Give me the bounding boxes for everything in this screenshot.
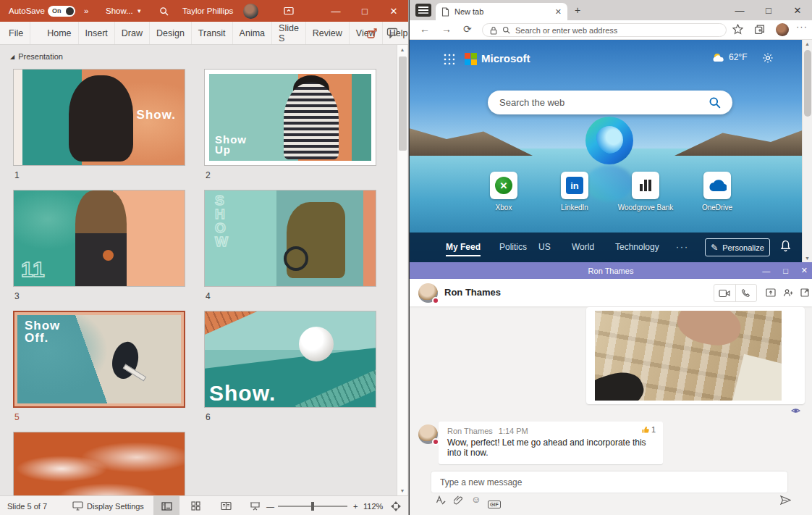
emoji-icon[interactable]: ☺ [471,494,481,505]
reaction-badge[interactable]: 1 [641,425,656,434]
document-title[interactable]: Show... [106,0,133,22]
avatar[interactable] [418,283,438,303]
tab-draw[interactable]: Draw [115,22,150,44]
close-button[interactable]: ✕ [801,266,808,275]
refresh-icon[interactable]: ⟳ [463,23,472,35]
close-button[interactable]: ✕ [783,0,812,20]
account-name[interactable]: Taylor Phillips [182,0,233,22]
minimize-button[interactable]: — [321,0,350,22]
scrollbar-thumb[interactable] [399,56,407,151]
tab-slideshow[interactable]: Slide S [272,22,306,44]
tab-actions-menu-icon[interactable] [415,4,431,17]
zoom-in-button[interactable]: + [353,496,358,515]
tab-review[interactable]: Review [306,22,350,44]
weather-widget[interactable]: 62°F [712,52,747,62]
video-call-button[interactable] [714,285,736,301]
collections-icon[interactable] [754,24,765,35]
message-input[interactable] [431,472,787,493]
tab-home[interactable]: Home [41,22,78,44]
favorites-star-icon[interactable] [732,24,743,35]
slide-thumbnail-7[interactable]: 7 [13,432,185,495]
address-bar[interactable]: Search or enter web address [482,23,727,37]
slide-sorter-view-button[interactable] [182,496,208,515]
microsoft-wordmark[interactable]: Microsoft [481,52,530,64]
tab-new-tab[interactable]: New tab ✕ [436,3,567,20]
scroll-down-icon[interactable]: ▼ [803,256,812,261]
feed-tab-my-feed[interactable]: My Feed [446,242,481,256]
minimize-button[interactable]: — [725,0,754,20]
personalize-button[interactable]: ✎ Personalize [705,238,770,256]
maximize-button[interactable]: □ [754,0,783,20]
microsoft-logo[interactable] [465,53,477,65]
ribbon-display-options-icon[interactable] [284,0,294,22]
settings-more-icon[interactable]: ··· [796,21,808,32]
web-search-box[interactable]: Search the web [488,91,732,114]
new-tab-button[interactable]: + [575,4,580,16]
slide-thumbnail-3[interactable]: 11 3 [13,190,185,287]
popout-chat-icon[interactable] [800,288,809,297]
maximize-button[interactable]: □ [783,267,788,275]
tab-close-icon[interactable]: ✕ [555,7,562,17]
scrollbar-thumb[interactable] [804,50,811,117]
scroll-up-icon[interactable]: ▲ [803,41,812,46]
comments-icon[interactable] [386,28,398,38]
display-settings-button[interactable]: Display Settings [72,496,144,515]
section-header[interactable]: ◢ Presentation [10,52,63,61]
shortcut-linkedin[interactable]: in LinkedIn [546,172,604,212]
close-button[interactable]: ✕ [379,0,408,22]
send-icon[interactable] [780,495,791,505]
gif-icon[interactable]: GIF [488,496,501,509]
feed-tab-technology[interactable]: Technology [615,242,659,252]
audio-call-button[interactable] [736,285,757,301]
slide-thumbnail-4[interactable]: SHOW 4 [204,190,376,287]
compose-box[interactable] [431,472,787,493]
zoom-out-button[interactable]: — [266,496,274,515]
slide-thumbnail-1[interactable]: Show. 1 [13,69,185,166]
maximize-button[interactable]: □ [350,0,379,22]
zoom-slider[interactable] [278,496,347,515]
tab-file[interactable]: File [0,22,30,44]
bell-icon[interactable] [780,240,791,252]
minimize-button[interactable]: — [762,267,770,275]
page-scrollbar[interactable]: ▲ ▼ [802,40,812,262]
chat-message-bubble[interactable]: Ron Thames 1:14 PM Wow, perfect! Let me … [439,422,663,464]
zoom-slider-thumb[interactable] [311,502,314,511]
attach-icon[interactable] [454,495,462,505]
slide-thumbnail-6[interactable]: Show. 6 [204,311,376,408]
slide-thumbnail-5-selected[interactable]: Show Off. 5 [13,311,185,408]
waffle-menu-icon[interactable] [443,53,454,64]
add-people-icon[interactable] [783,288,794,297]
format-icon[interactable] [436,495,446,505]
architecture-model-photo[interactable] [595,311,782,401]
scroll-down-icon[interactable]: ▼ [397,488,407,493]
tab-animations[interactable]: Anima [233,22,272,44]
feed-tab-us[interactable]: US [538,242,551,252]
feed-tab-politics[interactable]: Politics [499,242,527,252]
back-icon[interactable]: ← [420,23,430,35]
scroll-up-icon[interactable]: ▲ [397,47,407,52]
screenshare-icon[interactable] [766,288,776,297]
feed-tab-world[interactable]: World [572,242,594,252]
tab-insert[interactable]: Insert [79,22,115,44]
gear-icon[interactable] [762,52,774,64]
feed-more-icon[interactable]: ··· [676,242,689,252]
reading-view-button[interactable] [213,496,239,515]
shortcut-xbox[interactable]: ✕ Xbox [475,172,533,212]
normal-view-button[interactable] [153,496,179,515]
tab-transitions[interactable]: Transit [192,22,233,44]
thumbnail-scrollbar[interactable]: ▲ ▼ [397,45,407,495]
share-icon[interactable] [366,28,378,39]
tab-design[interactable]: Design [150,22,192,44]
shared-image-message[interactable] [586,307,805,404]
autosave-toggle[interactable]: On [48,0,75,22]
fit-slide-button[interactable] [391,496,401,515]
shortcut-onedrive[interactable]: OneDrive [688,172,746,212]
slide-thumbnail-2[interactable]: Show Up 2 [204,69,376,166]
slideshow-view-button[interactable] [242,496,268,515]
forward-icon[interactable]: → [441,23,452,35]
profile-avatar[interactable] [776,23,789,36]
search-icon[interactable] [159,0,169,22]
quick-access-overflow-icon[interactable]: » [84,0,88,22]
shortcut-woodgrove-bank[interactable]: Woodgrove Bank [617,172,674,212]
avatar[interactable] [243,0,258,22]
